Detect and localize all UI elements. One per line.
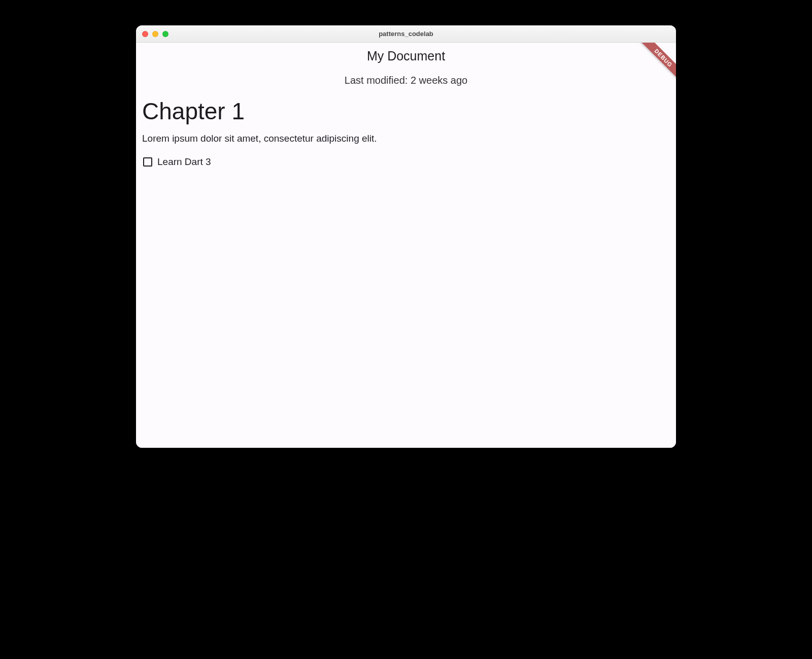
titlebar: patterns_codelab — [136, 25, 676, 43]
subheader: Last modified: 2 weeks ago — [136, 75, 676, 86]
chapter-heading: Chapter 1 — [142, 97, 670, 125]
document-body: Chapter 1 Lorem ipsum dolor sit amet, co… — [136, 86, 676, 168]
traffic-lights — [142, 31, 168, 37]
checkbox-label: Learn Dart 3 — [157, 156, 211, 168]
app-content: DEBUG My Document Last modified: 2 weeks… — [136, 43, 676, 448]
maximize-icon[interactable] — [162, 31, 168, 37]
appbar: My Document — [136, 43, 676, 63]
last-modified-text: Last modified: 2 weeks ago — [345, 75, 467, 86]
page-title: My Document — [136, 49, 676, 63]
checkbox-row: Learn Dart 3 — [142, 156, 670, 168]
window-title: patterns_codelab — [379, 30, 433, 38]
paragraph-text: Lorem ipsum dolor sit amet, consectetur … — [142, 133, 670, 144]
app-window: patterns_codelab DEBUG My Document Last … — [136, 25, 676, 448]
checkbox-icon[interactable] — [143, 157, 152, 167]
minimize-icon[interactable] — [152, 31, 158, 37]
close-icon[interactable] — [142, 31, 148, 37]
